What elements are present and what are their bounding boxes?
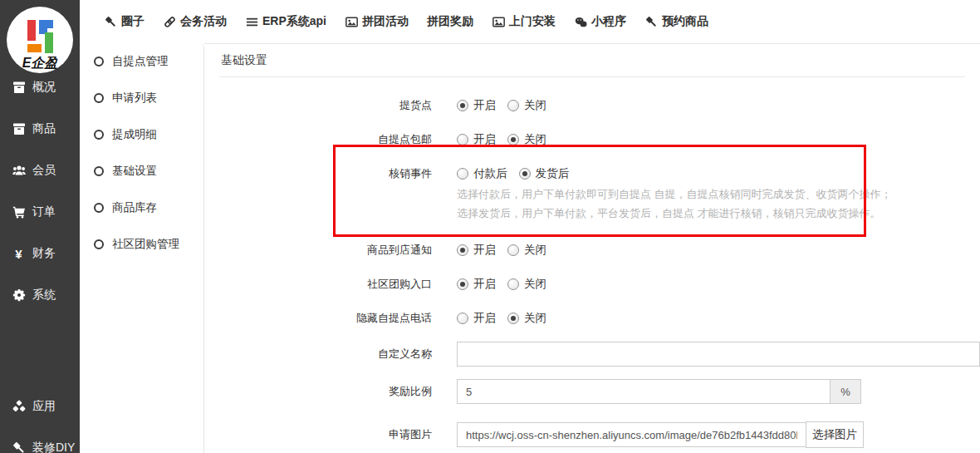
- radio-option-on[interactable]: 开启: [457, 277, 496, 292]
- link-icon: [163, 15, 176, 28]
- top-nav-item-erp-api[interactable]: ERP系统api: [245, 14, 326, 29]
- sidebar-item-finance[interactable]: ¥ 财务: [0, 243, 80, 264]
- gavel-icon: [12, 441, 26, 453]
- submenu-item-community-groupbuy[interactable]: 社区团购管理: [80, 234, 203, 255]
- brand-logo: E企盈: [7, 7, 73, 73]
- form-row-free-shipping: 自提点包邮 开启 关闭: [204, 129, 980, 150]
- radio-option-after-shipment[interactable]: 发货后: [519, 166, 570, 181]
- radio-option-on[interactable]: 开启: [457, 98, 496, 113]
- form-row-arrival-notice: 商品到店通知 开启 关闭: [204, 239, 980, 261]
- field-label: 申请图片: [204, 427, 457, 442]
- radio-option-on[interactable]: 开启: [457, 132, 496, 147]
- radio-label: 开启: [473, 311, 496, 326]
- top-nav-item-mini-program[interactable]: 小程序: [574, 14, 626, 29]
- form-row-hide-phone: 隐藏自提点电话 开启 关闭: [204, 308, 980, 329]
- sidebar-item-label: 系统: [32, 288, 56, 303]
- submenu-item-apply-list[interactable]: 申请列表: [80, 87, 203, 109]
- custom-name-input[interactable]: [457, 342, 980, 367]
- users-icon: [12, 164, 26, 178]
- radio-button[interactable]: [457, 313, 468, 324]
- radio-option-after-payment[interactable]: 付款后: [457, 166, 507, 181]
- sidebar-item-orders[interactable]: 订单: [0, 201, 80, 223]
- sidebar-item-label: 应用: [32, 399, 56, 414]
- radio-button[interactable]: [457, 244, 468, 256]
- submenu-item-label: 提成明细: [112, 127, 157, 142]
- top-nav-item-booking-goods[interactable]: 预约商品: [644, 14, 708, 29]
- radio-option-off[interactable]: 关闭: [507, 311, 546, 326]
- circle-o-icon: [94, 130, 104, 140]
- form-row-apply-image: 申请图片 选择图片: [204, 421, 980, 448]
- top-nav: 圈子 会务活动 ERP系统api 拼团活动 拼团奖励 上: [80, 0, 980, 43]
- radio-label: 关闭: [524, 311, 546, 326]
- gears-icon: [12, 288, 26, 303]
- radio-button[interactable]: [507, 278, 519, 290]
- top-nav-label: 上门安装: [509, 14, 556, 29]
- apply-image-url-input[interactable]: [457, 422, 806, 447]
- radio-label: 关闭: [524, 132, 546, 147]
- radio-label: 开启: [473, 132, 496, 147]
- radio-option-off[interactable]: 关闭: [507, 277, 546, 292]
- field-label: 商品到店通知: [204, 243, 457, 258]
- radio-label: 开启: [473, 98, 496, 113]
- radio-option-off[interactable]: 关闭: [507, 132, 546, 147]
- form-row-pickup-point: 提货点 开启 关闭: [204, 95, 980, 116]
- top-nav-label: 小程序: [591, 14, 626, 29]
- radio-label: 关闭: [524, 277, 546, 292]
- top-nav-label: ERP系统api: [262, 14, 326, 29]
- submenu-panel: 自提点管理 申请列表 提成明细 基础设置 商品库存 社区团购管理: [80, 43, 204, 453]
- radio-button[interactable]: [507, 134, 519, 145]
- main-sidebar: E企盈 概况 商品 会员: [0, 0, 80, 453]
- radio-button[interactable]: [457, 278, 468, 290]
- radio-option-off[interactable]: 关闭: [507, 243, 546, 258]
- field-label: 核销事件: [204, 166, 457, 181]
- page-title: 基础设置: [219, 44, 965, 77]
- sidebar-item-decorate-diy[interactable]: 装修DIY: [0, 437, 80, 453]
- submenu-item-basic-settings[interactable]: 基础设置: [80, 160, 203, 182]
- cart-icon: [12, 205, 26, 219]
- submenu-item-pickup-management[interactable]: 自提点管理: [80, 51, 203, 72]
- sidebar-item-goods[interactable]: 商品: [0, 118, 80, 140]
- sidebar-item-label: 概况: [32, 80, 56, 95]
- top-nav-label: 会务活动: [180, 14, 227, 29]
- radio-button[interactable]: [507, 100, 519, 111]
- circle-o-icon: [94, 203, 104, 213]
- field-label: 自定义名称: [204, 347, 457, 362]
- content-panel: 基础设置 提货点 开启 关闭 自提点包邮 开启: [204, 43, 980, 453]
- radio-option-on[interactable]: 开启: [457, 243, 496, 258]
- submenu-item-goods-stock[interactable]: 商品库存: [80, 197, 203, 219]
- choose-image-button[interactable]: 选择图片: [806, 421, 864, 448]
- top-nav-label: 圈子: [121, 14, 145, 29]
- top-nav-item-meeting-activity[interactable]: 会务活动: [163, 14, 227, 29]
- circle-o-icon: [94, 93, 104, 103]
- top-nav-item-circle[interactable]: 圈子: [104, 14, 145, 29]
- top-nav-item-home-install[interactable]: 上门安装: [492, 14, 556, 29]
- verify-event-help-line-1: 选择付款后，用户下单付款即可到自提点 自提，自提点核销同时完成发货、收货两个操作…: [457, 185, 980, 204]
- field-label: 奖励比例: [204, 384, 457, 399]
- radio-button[interactable]: [519, 168, 531, 180]
- radio-option-on[interactable]: 开启: [457, 311, 496, 326]
- reward-ratio-input[interactable]: [457, 379, 831, 404]
- radio-button[interactable]: [457, 168, 468, 180]
- sidebar-item-label: 会员: [32, 163, 56, 178]
- sidebar-item-apps[interactable]: 应用: [0, 396, 80, 417]
- radio-option-off[interactable]: 关闭: [507, 98, 546, 113]
- form-row-reward-ratio: 奖励比例 %: [204, 379, 980, 404]
- sidebar-item-overview[interactable]: 概况: [0, 76, 80, 98]
- radio-label: 开启: [473, 277, 496, 292]
- image-icon: [345, 15, 358, 28]
- sidebar-item-members[interactable]: 会员: [0, 160, 80, 181]
- radio-button[interactable]: [457, 134, 468, 145]
- sidebar-item-label: 装修DIY: [32, 441, 75, 453]
- submenu-item-commission-detail[interactable]: 提成明细: [80, 124, 203, 145]
- brand-logo-icon: E企盈: [7, 7, 73, 73]
- radio-button[interactable]: [507, 313, 519, 324]
- sidebar-item-label: 财务: [32, 246, 56, 261]
- radio-button[interactable]: [507, 244, 519, 256]
- sidebar-item-system[interactable]: 系统: [0, 284, 80, 306]
- radio-button[interactable]: [457, 100, 468, 111]
- sidebar-item-label: 商品: [32, 121, 56, 136]
- top-nav-item-group-activity[interactable]: 拼团活动: [345, 14, 409, 29]
- form-row-custom-name: 自定义名称: [204, 342, 980, 367]
- submenu-item-label: 商品库存: [112, 200, 157, 215]
- top-nav-item-group-reward[interactable]: 拼团奖励: [427, 14, 473, 29]
